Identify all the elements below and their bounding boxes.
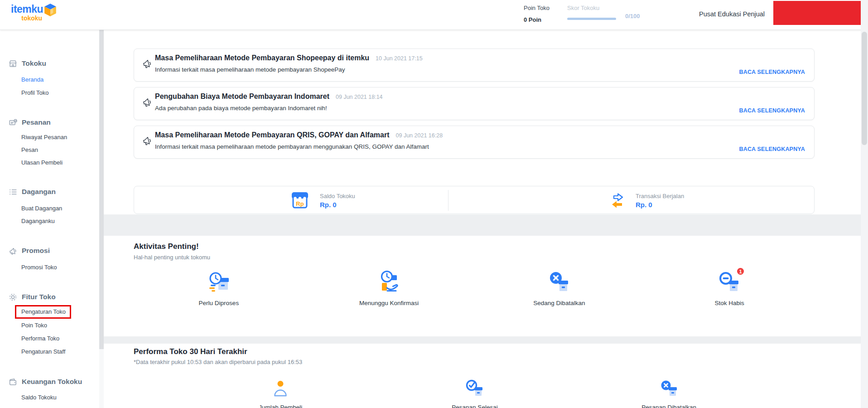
sidebar-item-performa-toko[interactable]: Performa Toko bbox=[21, 334, 59, 343]
announcement-date: 09 Jun 2021 18:14 bbox=[336, 94, 383, 100]
top-header: itemku tokoku Poin Toko 0 Poin Skor Toko… bbox=[0, 0, 868, 30]
poin-toko-widget[interactable]: Poin Toko 0 Poin bbox=[524, 4, 550, 23]
sidebar-item-ulasan-pembeli[interactable]: Ulasan Pembeli bbox=[21, 158, 63, 167]
itemku-logo[interactable]: itemku tokoku bbox=[11, 4, 57, 21]
performance-label: Jumlah Pembeli bbox=[259, 404, 302, 408]
buyers-person-icon bbox=[270, 379, 290, 401]
skor-tokoku-label: Skor Tokoku bbox=[567, 5, 599, 11]
sidebar-item-pesan[interactable]: Pesan bbox=[21, 146, 38, 155]
sidebar-section-dagangan[interactable]: Dagangan bbox=[8, 186, 56, 197]
sidebar-section-pesanan[interactable]: Pesanan bbox=[8, 117, 51, 128]
cancelling-icon bbox=[546, 269, 572, 296]
performance-pesanan-dibatalkan[interactable]: Pesanan Dibatalkan bbox=[572, 379, 766, 408]
sidebar-section-promosi[interactable]: Promosi bbox=[8, 245, 50, 256]
sidebar-item-profil-toko[interactable]: Profil Toko bbox=[21, 88, 48, 97]
sidebar-section-label: Promosi bbox=[22, 247, 50, 255]
sidebar-section-keuangan-tokoku[interactable]: Keuangan Tokoku bbox=[8, 376, 82, 387]
activity-label: Perlu Diproses bbox=[199, 300, 239, 306]
transaksi-berjalan-label: Transaksi Berjalan bbox=[636, 193, 684, 199]
sidebar-item-saldo-tokoku[interactable]: Saldo Tokoku bbox=[21, 393, 57, 402]
announcement-card: Masa Pemeliharaan Metode Pembayaran Shop… bbox=[134, 49, 815, 82]
activity-menunggu-konfirmasi[interactable]: Menunggu Konfirmasi bbox=[304, 269, 474, 306]
saldo-tokoku-label: Saldo Tokoku bbox=[320, 193, 355, 199]
performance-jumlah-pembeli[interactable]: Jumlah Pembeli bbox=[183, 379, 378, 408]
skor-progress-bar bbox=[567, 18, 616, 20]
sidebar-item-riwayat-pesanan[interactable]: Riwayat Pesanan bbox=[21, 133, 67, 142]
sidebar-section-fitur-toko[interactable]: Fitur Toko bbox=[8, 291, 56, 302]
sidebar-section-label: Tokoku bbox=[22, 59, 46, 68]
poin-toko-label: Poin Toko bbox=[524, 5, 550, 11]
announcement-date: 09 Jun 2021 16:28 bbox=[396, 132, 443, 139]
logo-text: itemku tokoku bbox=[11, 4, 43, 21]
skor-tokoku-widget[interactable]: Skor Tokoku bbox=[567, 4, 617, 20]
sidebar-scrollbar-thumb[interactable] bbox=[99, 30, 104, 349]
page-scrollbar-thumb[interactable] bbox=[862, 32, 867, 145]
activity-stok-habis[interactable]: 1 Stok Habis bbox=[644, 269, 815, 306]
pending-clock-icon bbox=[206, 269, 231, 296]
announcement-title-text: Masa Pemeliharaan Metode Pembayaran Shop… bbox=[155, 54, 369, 62]
section-divider-band bbox=[104, 214, 861, 236]
sidebar-item-promosi-toko[interactable]: Promosi Toko bbox=[21, 263, 57, 272]
sidebar-section-label: Fitur Toko bbox=[22, 293, 56, 301]
announcement-title-text: Masa Pemeliharaan Metode Pembayaran QRIS… bbox=[155, 131, 390, 139]
activities-grid: Perlu Diproses Menunggu Konfirmasi bbox=[134, 269, 815, 306]
announcement-date: 10 Jun 2021 17:15 bbox=[376, 55, 423, 62]
list-icon bbox=[8, 187, 18, 197]
performance-label: Pesanan Selesai bbox=[452, 404, 497, 408]
activity-label: Stok Habis bbox=[714, 300, 744, 306]
performance-grid: Jumlah Pembeli Pesanan Selesai bbox=[183, 379, 766, 408]
read-more-link[interactable]: BACA SELENGKAPNYA bbox=[739, 69, 805, 75]
read-more-link[interactable]: BACA SELENGKAPNYA bbox=[739, 146, 805, 152]
announcement-card: Pengubahan Biaya Metode Pembayaran Indom… bbox=[134, 87, 815, 120]
sidebar-item-pengaturan-staff[interactable]: Pengaturan Staff bbox=[21, 347, 65, 356]
poin-toko-value: 0 Poin bbox=[524, 16, 550, 23]
stok-habis-count-badge: 1 bbox=[736, 267, 745, 276]
announcement-title-text: Pengubahan Biaya Metode Pembayaran Indom… bbox=[155, 92, 329, 100]
sidebar-item-poin-toko[interactable]: Poin Toko bbox=[21, 321, 47, 330]
sidebar-item-daganganku[interactable]: Daganganku bbox=[21, 217, 55, 226]
sidebar-section-label: Pesanan bbox=[22, 118, 51, 126]
activities-section-title: Aktivitas Penting! bbox=[134, 242, 199, 251]
megaphone-icon bbox=[141, 58, 153, 70]
performance-label: Pesanan Dibatalkan bbox=[641, 404, 696, 408]
pusat-edukasi-link[interactable]: Pusat Edukasi Penjual bbox=[699, 10, 765, 18]
main-content: Masa Pemeliharaan Metode Pembayaran Shop… bbox=[104, 30, 861, 408]
sidebar-nav: Tokoku Beranda Profil Toko Pesanan Riway… bbox=[0, 30, 99, 408]
vertical-divider bbox=[448, 190, 448, 211]
brand-name: itemku bbox=[11, 4, 43, 15]
sidebar-section-tokoku[interactable]: Tokoku bbox=[8, 58, 46, 69]
transaksi-berjalan-widget[interactable]: Transaksi Berjalan Rp. 0 bbox=[608, 186, 684, 214]
activities-section-subtitle: Hal-hal penting untuk tokomu bbox=[134, 254, 210, 261]
transfer-arrows-icon bbox=[608, 191, 627, 209]
gear-icon bbox=[8, 292, 18, 302]
activity-perlu-diproses[interactable]: Perlu Diproses bbox=[134, 269, 304, 306]
box-logo-icon bbox=[44, 3, 57, 17]
brand-subname: tokoku bbox=[21, 15, 42, 21]
header-action-button-redacted[interactable] bbox=[773, 1, 861, 25]
saldo-tokoku-widget[interactable]: Rp Saldo Tokoku Rp. 0 bbox=[289, 186, 355, 214]
completed-check-icon bbox=[465, 379, 485, 401]
announcement-title: Masa Pemeliharaan Metode Pembayaran QRIS… bbox=[155, 131, 443, 139]
rupiah-label: Rp bbox=[289, 200, 311, 207]
read-more-link[interactable]: BACA SELENGKAPNYA bbox=[739, 107, 805, 114]
itemku-seller-dashboard: itemku tokoku Poin Toko 0 Poin Skor Toko… bbox=[0, 0, 868, 408]
order-icon bbox=[8, 118, 18, 127]
out-of-stock-icon: 1 bbox=[717, 269, 742, 296]
activity-sedang-dibatalkan[interactable]: Sedang Dibatalkan bbox=[474, 269, 645, 306]
store-icon bbox=[8, 59, 18, 68]
transaksi-berjalan-value: Rp. 0 bbox=[636, 201, 684, 209]
activity-label: Menunggu Konfirmasi bbox=[359, 300, 419, 306]
megaphone-icon bbox=[8, 246, 18, 256]
performance-pesanan-selesai[interactable]: Pesanan Selesai bbox=[378, 379, 572, 408]
cancelled-icon bbox=[659, 379, 679, 401]
page-scrollbar-track bbox=[861, 0, 868, 408]
announcement-description: Informasi terkait masa pemeliharaan meto… bbox=[155, 66, 345, 73]
announcement-title: Masa Pemeliharaan Metode Pembayaran Shop… bbox=[155, 54, 423, 62]
balance-card: Rp Saldo Tokoku Rp. 0 Transaksi Berjalan… bbox=[134, 186, 815, 214]
skor-tokoku-value: 0/100 bbox=[625, 13, 640, 19]
sidebar-item-beranda[interactable]: Beranda bbox=[21, 75, 43, 84]
sidebar-item-buat-dagangan[interactable]: Buat Dagangan bbox=[21, 204, 62, 213]
section-divider-band bbox=[104, 336, 861, 344]
performance-section-title: Performa Toko 30 Hari Terakhir bbox=[134, 347, 247, 356]
announcement-title: Pengubahan Biaya Metode Pembayaran Indom… bbox=[155, 92, 383, 101]
